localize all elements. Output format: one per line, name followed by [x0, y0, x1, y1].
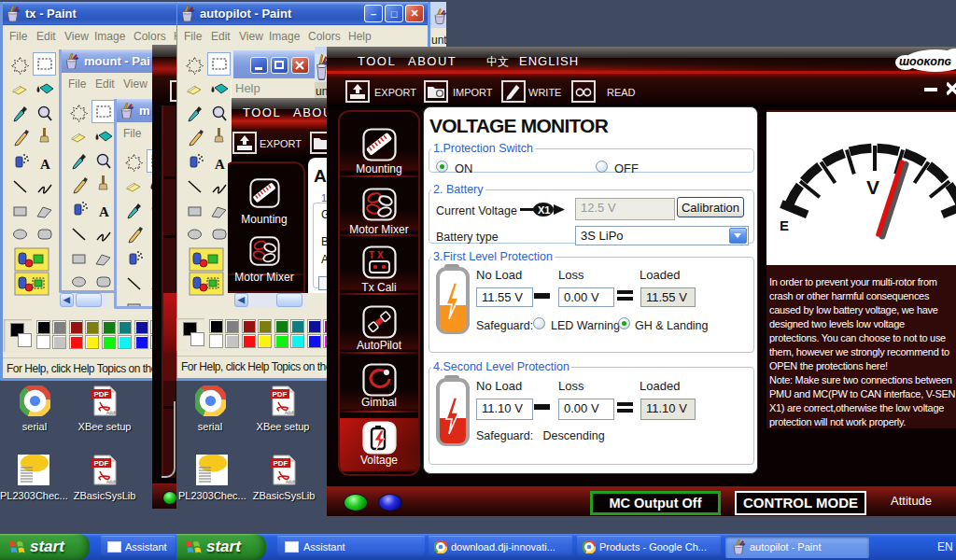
- svg-text:PDF: PDF: [94, 459, 109, 468]
- svg-text:PDF: PDF: [274, 459, 288, 468]
- svg-text:T X: T X: [369, 250, 384, 260]
- svg-text:Adobe: Adobe: [286, 480, 298, 484]
- svg-text:PDF: PDF: [273, 390, 288, 399]
- svg-text:Adobe: Adobe: [106, 411, 119, 415]
- svg-text:E: E: [780, 217, 789, 233]
- svg-text:PDF: PDF: [94, 390, 109, 399]
- svg-text:V: V: [866, 176, 879, 198]
- svg-text:Adobe: Adobe: [285, 411, 297, 415]
- svg-text:Adobe: Adobe: [106, 480, 119, 484]
- svg-text:X1: X1: [538, 204, 550, 216]
- svg-text:ɯooĸonɢ: ɯooĸonɢ: [899, 55, 952, 68]
